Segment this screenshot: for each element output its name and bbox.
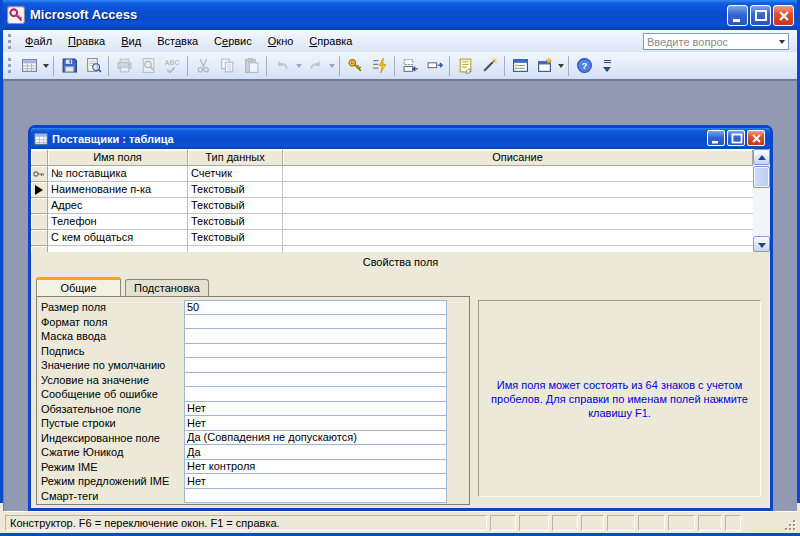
- data-type-cell[interactable]: Текстовый: [188, 198, 283, 214]
- properties-button[interactable]: [454, 55, 476, 77]
- view-dropdown-icon[interactable]: [41, 55, 50, 77]
- help-button[interactable]: ?: [573, 55, 595, 77]
- status-pane: [725, 515, 741, 531]
- question-input[interactable]: [644, 36, 775, 48]
- data-type-cell[interactable]: Текстовый: [188, 214, 283, 230]
- window-frame-left: [0, 0, 3, 503]
- menubar-drag-handle-icon[interactable]: [8, 34, 11, 49]
- view-button[interactable]: [18, 55, 40, 77]
- row-selector[interactable]: [31, 198, 48, 214]
- menu-view[interactable]: Вид: [113, 30, 149, 52]
- insert-rows-button[interactable]: [399, 55, 421, 77]
- property-value-input[interactable]: [184, 402, 447, 417]
- property-value-input[interactable]: [184, 460, 447, 475]
- copy-button[interactable]: [216, 55, 238, 77]
- property-value-input[interactable]: [184, 431, 447, 446]
- redo-button[interactable]: [304, 55, 326, 77]
- row-selector[interactable]: [31, 182, 48, 198]
- new-object-dropdown-icon[interactable]: [556, 55, 565, 77]
- undo-button[interactable]: [271, 55, 293, 77]
- field-name-cell[interactable]: Адрес: [48, 198, 188, 214]
- description-cell[interactable]: [283, 198, 753, 214]
- question-dropdown-icon[interactable]: [775, 34, 788, 49]
- menu-edit[interactable]: Правка: [60, 30, 113, 52]
- redo-dropdown-icon[interactable]: [327, 55, 336, 77]
- description-cell[interactable]: [283, 182, 753, 198]
- property-value-input[interactable]: [184, 387, 447, 402]
- property-row: Значение по умолчанию: [41, 358, 469, 373]
- property-sheet: Размер поляФормат поляМаска вводаПодпись…: [36, 296, 470, 505]
- primary-key-button[interactable]: [344, 55, 366, 77]
- property-value-input[interactable]: [184, 329, 447, 344]
- toolbar-drag-handle-icon[interactable]: [8, 58, 11, 73]
- property-value-input[interactable]: [184, 358, 447, 373]
- undo-dropdown-icon[interactable]: [294, 55, 303, 77]
- description-cell[interactable]: [283, 214, 753, 230]
- property-value-input[interactable]: [184, 474, 447, 489]
- property-label: Сообщение об ошибке: [41, 387, 184, 402]
- scroll-thumb[interactable]: [753, 166, 770, 188]
- property-label: Обязательное поле: [41, 402, 184, 417]
- property-row: Размер поля: [41, 300, 469, 315]
- menu-help[interactable]: Справка: [301, 30, 360, 52]
- undo-icon: [274, 57, 291, 74]
- toolbar-separator: [187, 56, 188, 76]
- menu-insert[interactable]: Вставка: [149, 30, 206, 52]
- field-name-cell[interactable]: № поставщика: [48, 166, 188, 182]
- maximize-button[interactable]: [750, 5, 771, 26]
- indexes-button[interactable]: [368, 55, 390, 77]
- property-label: Пустые строки: [41, 416, 184, 431]
- print-preview-button[interactable]: [137, 55, 159, 77]
- menu-file[interactable]: Файл: [17, 30, 60, 52]
- delete-rows-button[interactable]: [423, 55, 445, 77]
- tab-lookup[interactable]: Подстановка: [125, 279, 209, 296]
- save-button[interactable]: [58, 55, 80, 77]
- field-name-cell[interactable]: Телефон: [48, 214, 188, 230]
- svg-text:?: ?: [581, 60, 587, 71]
- scroll-down-button[interactable]: [753, 236, 770, 252]
- data-type-cell[interactable]: Текстовый: [188, 182, 283, 198]
- minimize-button[interactable]: [727, 5, 748, 26]
- paste-button[interactable]: [240, 55, 262, 77]
- property-value-input[interactable]: [184, 315, 447, 330]
- property-value-input[interactable]: [184, 300, 447, 315]
- column-header-description: Описание: [283, 150, 753, 166]
- toolbar-separator: [266, 56, 267, 76]
- help-text: Имя поля может состоять из 64 знаков с у…: [489, 378, 751, 420]
- scroll-up-button[interactable]: [753, 149, 770, 165]
- builder-button[interactable]: [478, 55, 500, 77]
- property-value-input[interactable]: [184, 344, 447, 359]
- field-name-cell[interactable]: С кем общаться: [48, 230, 188, 246]
- property-value-input[interactable]: [184, 445, 447, 460]
- data-type-cell[interactable]: Счетчик: [188, 166, 283, 182]
- doc-maximize-button[interactable]: [727, 130, 745, 146]
- description-cell[interactable]: [283, 166, 753, 182]
- toolbar-options-button[interactable]: [602, 55, 614, 77]
- spelling-button[interactable]: ABC: [161, 55, 183, 77]
- cut-button[interactable]: [192, 55, 214, 77]
- property-label: Режим IME: [41, 460, 184, 475]
- new-object-button[interactable]: [533, 55, 555, 77]
- column-header-field-name: Имя поля: [48, 150, 188, 166]
- description-cell[interactable]: [283, 230, 753, 246]
- field-name-cell[interactable]: Наименование п-ка: [48, 182, 188, 198]
- doc-minimize-button[interactable]: [707, 130, 725, 146]
- resize-grip[interactable]: [782, 517, 796, 531]
- vertical-scrollbar[interactable]: [753, 149, 770, 252]
- property-value-input[interactable]: [184, 416, 447, 431]
- property-value-input[interactable]: [184, 373, 447, 388]
- property-value-input[interactable]: [184, 489, 447, 504]
- tab-general[interactable]: Общие: [36, 277, 121, 296]
- print-button[interactable]: [113, 55, 135, 77]
- database-window-button[interactable]: [509, 55, 531, 77]
- menu-window[interactable]: Окно: [260, 30, 302, 52]
- row-selector[interactable]: [31, 230, 48, 246]
- row-selector-primary-key[interactable]: [31, 166, 48, 182]
- file-search-button[interactable]: [82, 55, 104, 77]
- doc-close-button[interactable]: [747, 130, 765, 146]
- data-type-cell[interactable]: Текстовый: [188, 230, 283, 246]
- menu-tools[interactable]: Сервис: [206, 30, 260, 52]
- close-button[interactable]: [773, 5, 794, 26]
- cut-icon: [195, 57, 212, 74]
- row-selector[interactable]: [31, 214, 48, 230]
